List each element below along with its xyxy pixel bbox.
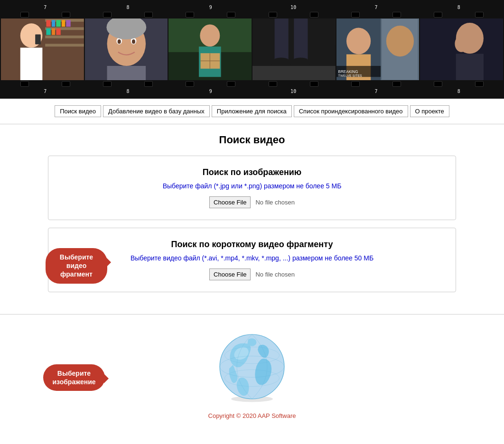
film-hole [144, 81, 153, 87]
video-file-input-row: Choose File No file chosen [60, 268, 444, 280]
film-hole [62, 81, 70, 87]
film-hole [20, 12, 29, 18]
film-frames: BREAKING TWELVE SITES [0, 18, 504, 80]
film-number: 8 [424, 5, 494, 10]
svg-rect-7 [52, 20, 55, 27]
annotation-bubble-image: Выберите изображение [43, 364, 105, 391]
film-hole [475, 12, 484, 18]
svg-rect-15 [20, 48, 43, 80]
film-hole [103, 12, 112, 18]
film-frame [168, 18, 252, 80]
filmstrip: 7 8 9 10 7 8 [0, 0, 504, 99]
nav-search-app[interactable]: Приложение для поиска [212, 105, 292, 117]
svg-rect-3 [45, 27, 84, 30]
copyright-text: Copyright © 2020 AAP Software [9, 412, 495, 419]
svg-text:TWELVE SITES: TWELVE SITES [338, 74, 362, 77]
svg-rect-23 [107, 66, 146, 80]
film-hole [227, 81, 235, 87]
film-number: 8 [93, 89, 162, 94]
film-hole [475, 81, 484, 87]
film-frame: BREAKING TWELVE SITES [336, 18, 420, 80]
film-hole [103, 81, 112, 87]
film-hole [186, 12, 194, 18]
svg-rect-8 [56, 20, 60, 27]
svg-point-22 [132, 39, 135, 44]
film-frame [1, 18, 84, 80]
svg-rect-5 [45, 44, 84, 46]
film-hole [434, 81, 442, 87]
globe-icon [214, 329, 290, 405]
film-number: 9 [176, 5, 245, 10]
film-hole [62, 12, 70, 18]
image-no-file-label: No file chosen [255, 199, 294, 206]
film-number: 8 [93, 5, 162, 10]
film-hole [434, 12, 442, 18]
svg-point-27 [200, 25, 220, 47]
film-hole [227, 12, 235, 18]
film-hole [351, 12, 360, 18]
image-search-description: Выберите файл (*.jpg или *.png) размером… [60, 182, 444, 190]
navigation: Поиск видео Добавление видео в базу данн… [0, 99, 504, 124]
svg-rect-10 [66, 20, 70, 27]
film-number: 7 [341, 89, 411, 94]
video-choose-file-button[interactable]: Choose File [209, 268, 251, 280]
image-choose-file-button[interactable]: Choose File [209, 196, 251, 208]
sections-wrapper: Выберите видео фрагмент Выберите изображ… [48, 156, 456, 292]
nav-indexed-list[interactable]: Список проиндексированного видео [294, 105, 408, 117]
film-hole [310, 12, 318, 18]
film-hole [269, 12, 277, 18]
svg-point-41 [346, 28, 371, 55]
film-hole [351, 81, 360, 87]
svg-rect-11 [46, 28, 50, 35]
video-search-title: Поиск по короткому видео фрагменту [60, 240, 444, 250]
main-content: Поиск видео Выберите видео фрагмент Выбе… [38, 124, 466, 309]
svg-rect-12 [52, 28, 55, 35]
image-search-title: Поиск по изображению [60, 167, 444, 177]
svg-rect-16 [35, 35, 41, 45]
film-frame [420, 18, 503, 80]
video-search-description: Выберите видео файл (*.avi, *.mp4, *.mkv… [60, 254, 444, 262]
svg-rect-37 [252, 66, 336, 80]
film-number: 7 [10, 89, 80, 94]
film-hole [392, 81, 401, 87]
film-number: 10 [259, 5, 328, 10]
film-frame [85, 18, 168, 80]
svg-rect-9 [62, 20, 65, 27]
annotation-bubble-video: Выберите видео фрагмент [46, 248, 107, 284]
film-hole [186, 81, 194, 87]
film-hole [310, 81, 318, 87]
nav-about[interactable]: О проекте [410, 105, 449, 117]
svg-rect-6 [46, 20, 50, 27]
film-number: 7 [341, 5, 411, 10]
svg-point-47 [386, 26, 413, 56]
film-hole [269, 81, 277, 87]
svg-rect-4 [45, 36, 84, 38]
film-number: 8 [424, 89, 494, 94]
svg-rect-13 [56, 28, 60, 35]
nav-search-video[interactable]: Поиск видео [55, 105, 101, 117]
nav-add-video[interactable]: Добавление видео в базу данных [103, 105, 210, 117]
film-number: 7 [10, 5, 80, 10]
svg-point-21 [117, 39, 121, 44]
svg-text:BREAKING: BREAKING [338, 70, 358, 74]
image-search-section: Поиск по изображению Выберите файл (*.jp… [48, 156, 456, 220]
film-frame [252, 18, 336, 80]
film-hole [392, 12, 401, 18]
film-number: 10 [259, 89, 328, 94]
film-hole [20, 81, 29, 87]
image-file-input-row: Choose File No file chosen [60, 196, 444, 208]
film-hole [144, 12, 153, 18]
svg-rect-50 [456, 54, 484, 80]
svg-point-51 [455, 36, 468, 52]
svg-rect-34 [294, 18, 308, 63]
svg-rect-33 [275, 18, 289, 63]
video-no-file-label: No file chosen [255, 271, 294, 278]
film-number: 9 [176, 89, 245, 94]
page-title: Поиск видео [48, 134, 456, 146]
